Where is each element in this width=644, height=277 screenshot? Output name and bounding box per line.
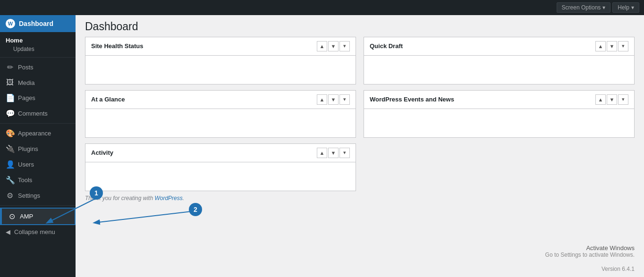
widget-wp-events: WordPress Events and News ▲ ▼ ▾	[364, 90, 635, 138]
appearance-icon: 🎨	[6, 129, 14, 138]
widgets-grid: Site Health Status ▲ ▼ ▾ At a Glance	[76, 37, 644, 191]
sidebar-item-appearance[interactable]: 🎨 Appearance	[0, 126, 76, 141]
sidebar-divider	[0, 57, 76, 58]
settings-icon: ⚙	[6, 191, 14, 200]
footer-bar: Thank you for creating with WordPress.	[76, 191, 644, 205]
widget-at-a-glance-body	[85, 109, 356, 137]
collapse-label: Collapse menu	[14, 228, 55, 235]
widget-activity-header: Activity ▲ ▼ ▾	[85, 144, 356, 162]
posts-icon: ✏	[6, 63, 14, 72]
collapse-menu-button[interactable]: ◀ Collapse menu	[0, 225, 76, 239]
widget-wp-events-header: WordPress Events and News ▲ ▼ ▾	[364, 91, 634, 109]
sidebar-divider-3	[0, 205, 76, 206]
annotation-circle-1: 1	[90, 186, 103, 200]
screen-options-chevron-icon: ▾	[602, 4, 605, 11]
widget-at-a-glance-toggle-btn[interactable]: ▾	[339, 94, 350, 105]
footer-wp-link[interactable]: WordPress	[154, 195, 182, 201]
plugins-label: Plugins	[18, 145, 38, 152]
home-label: Home	[6, 37, 23, 44]
widget-activity-down-btn[interactable]: ▼	[328, 148, 339, 158]
sidebar-item-media[interactable]: 🖼 Media	[0, 75, 76, 90]
users-label: Users	[18, 161, 34, 168]
updates-label: Updates	[13, 46, 34, 52]
sidebar-item-updates[interactable]: Updates	[0, 45, 76, 55]
widget-quick-draft-toggle-btn[interactable]: ▾	[618, 41, 628, 51]
widget-quick-draft-header: Quick Draft ▲ ▼ ▾	[364, 37, 634, 56]
page-title: Dashboard	[85, 20, 635, 34]
left-column: Site Health Status ▲ ▼ ▾ At a Glance	[85, 37, 356, 191]
widget-site-health-status: Site Health Status ▲ ▼ ▾	[85, 37, 356, 84]
screen-options-button[interactable]: Screen Options ▾	[557, 2, 611, 13]
help-chevron-icon: ▾	[631, 4, 634, 11]
plugins-icon: 🔌	[6, 144, 14, 153]
widget-wp-events-down-btn[interactable]: ▼	[607, 94, 617, 105]
widget-at-a-glance-down-btn[interactable]: ▼	[328, 94, 339, 105]
sidebar-divider-2	[0, 123, 76, 124]
main-content: Dashboard Site Health Status ▲ ▼ ▾	[76, 15, 644, 277]
widget-site-health-controls: ▲ ▼ ▾	[317, 41, 350, 51]
admin-bar: Screen Options ▾ Help ▾	[0, 0, 644, 15]
sidebar-item-home[interactable]: Home	[0, 34, 76, 45]
sidebar-item-amp[interactable]: ⊙ AMP	[0, 208, 76, 225]
widget-wp-events-controls: ▲ ▼ ▾	[595, 94, 628, 105]
footer-period: .	[183, 195, 184, 201]
widget-activity-toggle-btn[interactable]: ▾	[339, 148, 350, 158]
media-icon: 🖼	[6, 78, 14, 87]
widget-quick-draft-down-btn[interactable]: ▼	[607, 41, 617, 51]
widget-at-a-glance-controls: ▲ ▼ ▾	[317, 94, 350, 105]
widget-site-health-down-btn[interactable]: ▼	[328, 41, 339, 51]
widget-site-health-title: Site Health Status	[91, 42, 144, 50]
sidebar: W Dashboard Home Updates ✏ Posts 🖼 Media…	[0, 15, 76, 277]
widget-wp-events-up-btn[interactable]: ▲	[595, 94, 606, 105]
sidebar-item-posts[interactable]: ✏ Posts	[0, 59, 76, 75]
pages-label: Pages	[18, 94, 35, 101]
tools-icon: 🔧	[6, 176, 14, 185]
comments-icon: 💬	[6, 109, 14, 118]
sidebar-item-settings[interactable]: ⚙ Settings	[0, 188, 76, 203]
widget-at-a-glance: At a Glance ▲ ▼ ▾	[85, 90, 356, 138]
widget-site-health-header: Site Health Status ▲ ▼ ▾	[85, 37, 356, 56]
media-label: Media	[18, 79, 34, 86]
widget-quick-draft-controls: ▲ ▼ ▾	[595, 41, 628, 51]
annotation-circle-2: 2	[189, 203, 202, 216]
help-label: Help	[618, 4, 629, 11]
widget-wp-events-body	[364, 109, 634, 137]
widget-activity-title: Activity	[91, 149, 113, 156]
widget-wp-events-toggle-btn[interactable]: ▾	[618, 94, 628, 105]
tools-label: Tools	[18, 176, 32, 184]
widget-wp-events-title: WordPress Events and News	[370, 96, 454, 103]
widget-activity: Activity ▲ ▼ ▾	[85, 143, 356, 191]
wp-logo-icon: W	[6, 19, 15, 28]
help-button[interactable]: Help ▾	[612, 2, 639, 13]
widget-quick-draft-body	[364, 56, 634, 84]
widget-site-health-up-btn[interactable]: ▲	[317, 41, 327, 51]
widget-quick-draft-up-btn[interactable]: ▲	[595, 41, 606, 51]
widget-at-a-glance-header: At a Glance ▲ ▼ ▾	[85, 91, 356, 109]
collapse-icon: ◀	[6, 228, 10, 235]
amp-icon: ⊙	[8, 212, 16, 221]
sidebar-item-plugins[interactable]: 🔌 Plugins	[0, 141, 76, 157]
home-section: Home Updates	[0, 32, 76, 55]
right-column: Quick Draft ▲ ▼ ▾ WordPress Events and N…	[364, 37, 635, 191]
sidebar-item-comments[interactable]: 💬 Comments	[0, 106, 76, 121]
pages-icon: 📄	[6, 93, 14, 102]
users-icon: 👤	[6, 160, 14, 169]
sidebar-item-users[interactable]: 👤 Users	[0, 157, 76, 172]
widget-site-health-toggle-btn[interactable]: ▾	[339, 41, 350, 51]
widget-activity-up-btn[interactable]: ▲	[317, 148, 327, 158]
widget-quick-draft-title: Quick Draft	[370, 42, 403, 50]
sidebar-logo[interactable]: W Dashboard	[0, 15, 76, 32]
screen-options-label: Screen Options	[562, 4, 601, 11]
widget-at-a-glance-title: At a Glance	[91, 96, 125, 103]
appearance-label: Appearance	[18, 130, 51, 137]
sidebar-item-tools[interactable]: 🔧 Tools	[0, 172, 76, 188]
widget-activity-body	[85, 162, 356, 191]
sidebar-item-pages[interactable]: 📄 Pages	[0, 90, 76, 106]
widget-quick-draft: Quick Draft ▲ ▼ ▾	[364, 37, 635, 84]
posts-label: Posts	[18, 64, 34, 71]
amp-label: AMP	[20, 213, 33, 220]
widget-activity-controls: ▲ ▼ ▾	[317, 148, 350, 158]
amp-section: ⊙ AMP Settings Analytics Support	[0, 208, 76, 225]
widget-at-a-glance-up-btn[interactable]: ▲	[317, 94, 327, 105]
settings-label: Settings	[18, 192, 40, 199]
